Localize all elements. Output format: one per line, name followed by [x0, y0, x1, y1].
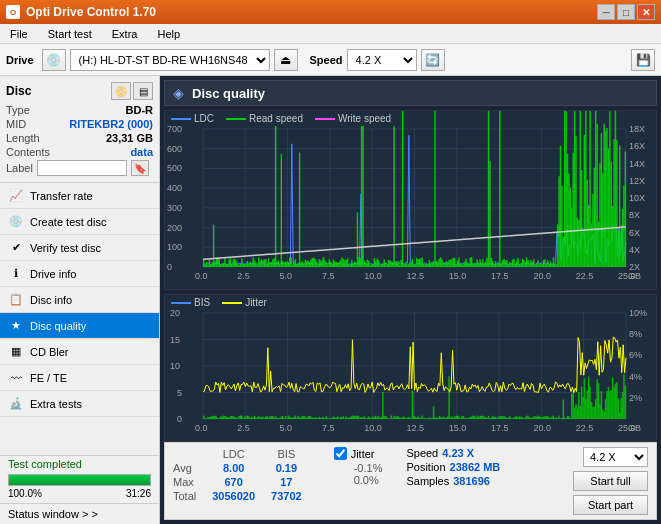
bis-dot	[171, 302, 191, 304]
menu-extra[interactable]: Extra	[106, 26, 144, 42]
nav-disc-info[interactable]: 📋 Disc info	[0, 287, 159, 313]
status-text: Test completed	[0, 456, 159, 472]
chart-header: ◈ Disc quality	[164, 80, 657, 106]
disc-icon-2[interactable]: ▤	[133, 82, 153, 100]
ldc-col-header: LDC	[204, 447, 263, 461]
close-button[interactable]: ✕	[637, 4, 655, 20]
total-label: Total	[173, 489, 204, 503]
chart-title-icon: ◈	[173, 85, 184, 101]
write-dot	[315, 118, 335, 120]
contents-label: Contents	[6, 146, 50, 158]
maximize-button[interactable]: □	[617, 4, 635, 20]
right-stats: 4.2 X Start full Start part	[573, 447, 648, 515]
bottom-chart-legend: BIS Jitter	[165, 295, 273, 310]
nav-disc-quality[interactable]: ★ Disc quality	[0, 313, 159, 339]
nav-fe-te-label: FE / TE	[30, 372, 67, 384]
label-save-btn[interactable]: 🔖	[131, 160, 149, 176]
avg-label: Avg	[173, 461, 204, 475]
left-panel: Disc 📀 ▤ Type BD-R MID RITEKBR2 (000) Le…	[0, 76, 160, 524]
speed-info-label: Speed	[406, 447, 438, 459]
drive-select[interactable]: (H:) HL-DT-ST BD-RE WH16NS48 1.D3	[70, 49, 270, 71]
menu-file[interactable]: File	[4, 26, 34, 42]
nav-transfer-rate-label: Transfer rate	[30, 190, 93, 202]
jitter-dot	[222, 302, 242, 304]
refresh-button[interactable]: 🔄	[421, 49, 445, 71]
ldc-dot	[171, 118, 191, 120]
nav-items: 📈 Transfer rate 💿 Create test disc ✔ Ver…	[0, 183, 159, 417]
progress-bar-container	[8, 474, 151, 486]
jitter-checkbox[interactable]	[334, 447, 347, 460]
speed-label: Speed	[310, 54, 343, 66]
menu-start-test[interactable]: Start test	[42, 26, 98, 42]
right-panel: ◈ Disc quality LDC Read speed	[160, 76, 661, 524]
total-row: Total 3056020 73702	[173, 489, 310, 503]
read-label: Read speed	[249, 113, 303, 124]
menu-help[interactable]: Help	[151, 26, 186, 42]
speed-select[interactable]: 4.2 X	[347, 49, 417, 71]
start-part-button[interactable]: Start part	[573, 495, 648, 515]
contents-value: data	[130, 146, 153, 158]
jitter-avg: -0.1%	[354, 462, 383, 474]
menu-bar: File Start test Extra Help	[0, 24, 661, 44]
nav-drive-info[interactable]: ℹ Drive info	[0, 261, 159, 287]
nav-create-test-disc[interactable]: 💿 Create test disc	[0, 209, 159, 235]
window-controls: ─ □ ✕	[597, 4, 655, 20]
nav-fe-te[interactable]: 〰 FE / TE	[0, 365, 159, 391]
status-window-btn[interactable]: Status window > >	[0, 503, 159, 524]
speed-position: Speed 4.23 X Position 23862 MB Samples 3…	[398, 447, 500, 487]
bottom-chart: BIS Jitter	[164, 294, 657, 442]
max-label: Max	[173, 475, 204, 489]
mid-value: RITEKBR2 (000)	[69, 118, 153, 130]
read-legend: Read speed	[226, 113, 303, 124]
nav-verify-test-disc-label: Verify test disc	[30, 242, 101, 254]
disc-icon-1[interactable]: 📀	[111, 82, 131, 100]
max-bis: 17	[263, 475, 310, 489]
total-ldc: 3056020	[204, 489, 263, 503]
write-label: Write speed	[338, 113, 391, 124]
disc-section: Disc 📀 ▤ Type BD-R MID RITEKBR2 (000) Le…	[0, 76, 159, 183]
nav-verify-test-disc[interactable]: ✔ Verify test disc	[0, 235, 159, 261]
chart-title: Disc quality	[192, 86, 265, 101]
top-chart-legend: LDC Read speed Write speed	[165, 111, 397, 126]
speed-select-sm[interactable]: 4.2 X	[583, 447, 648, 467]
start-full-button[interactable]: Start full	[573, 471, 648, 491]
progress-percent: 100.0%	[8, 488, 42, 499]
chart-area: LDC Read speed Write speed	[164, 110, 657, 442]
top-chart: LDC Read speed Write speed	[164, 110, 657, 290]
avg-row: Avg 8.00 0.19	[173, 461, 310, 475]
drive-label: Drive	[6, 54, 34, 66]
status-bar: Test completed 100.0% 31:26 Status windo…	[0, 455, 159, 524]
eject-button[interactable]: ⏏	[274, 49, 298, 71]
label-input[interactable]	[37, 160, 127, 176]
minimize-button[interactable]: ─	[597, 4, 615, 20]
jitter-legend: Jitter	[222, 297, 267, 308]
fe-te-icon: 〰	[8, 370, 24, 386]
progress-bar-fill	[9, 475, 150, 485]
nav-extra-tests-label: Extra tests	[30, 398, 82, 410]
toolbar: Drive 💿 (H:) HL-DT-ST BD-RE WH16NS48 1.D…	[0, 44, 661, 76]
transfer-rate-icon: 📈	[8, 188, 24, 204]
drive-icon-btn[interactable]: 💿	[42, 49, 66, 71]
speed-info-value: 4.23 X	[442, 447, 474, 459]
nav-transfer-rate[interactable]: 📈 Transfer rate	[0, 183, 159, 209]
nav-drive-info-label: Drive info	[30, 268, 76, 280]
position-label: Position	[406, 461, 445, 473]
length-label: Length	[6, 132, 40, 144]
stats-panel: LDC BIS Avg 8.00 0.19 Max 670 17 Total 3…	[164, 442, 657, 520]
type-label: Type	[6, 104, 30, 116]
ldc-label: LDC	[194, 113, 214, 124]
nav-create-test-disc-label: Create test disc	[30, 216, 106, 228]
save-button[interactable]: 💾	[631, 49, 655, 71]
jitter-stats: Jitter -0.1% 0.0%	[326, 447, 383, 486]
status-window-label: Status window > >	[8, 508, 98, 520]
nav-cd-bler-label: CD Bler	[30, 346, 69, 358]
label-label: Label	[6, 162, 33, 174]
avg-bis: 0.19	[263, 461, 310, 475]
top-chart-canvas	[165, 111, 656, 289]
nav-extra-tests[interactable]: 🔬 Extra tests	[0, 391, 159, 417]
extra-tests-icon: 🔬	[8, 396, 24, 412]
cd-bler-icon: ▦	[8, 344, 24, 360]
stats-table: LDC BIS Avg 8.00 0.19 Max 670 17 Total 3…	[173, 447, 310, 503]
progress-time: 31:26	[126, 488, 151, 499]
nav-cd-bler[interactable]: ▦ CD Bler	[0, 339, 159, 365]
